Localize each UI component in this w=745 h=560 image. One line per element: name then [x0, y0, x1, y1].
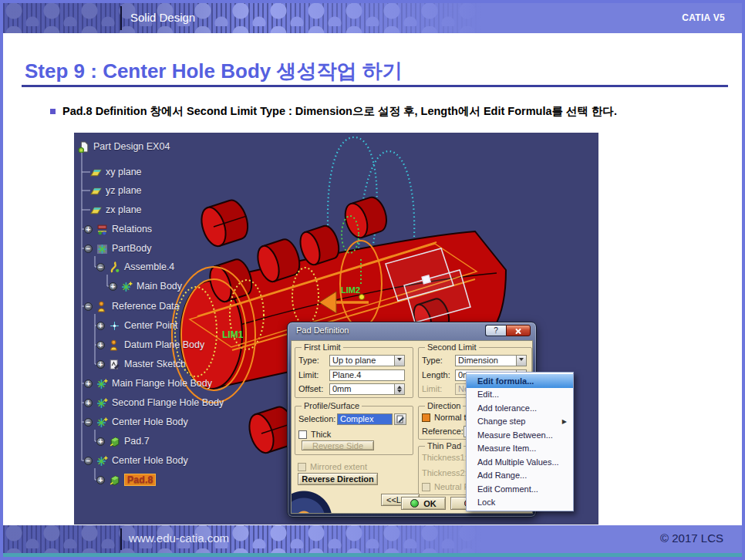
menu-item-measure-item[interactable]: Measure Item... — [467, 442, 573, 456]
tree-item-center-hole-body-1[interactable]: − Center Hole Body — [84, 414, 188, 430]
mirrored-extent-checkbox[interactable] — [298, 463, 306, 471]
tree-item-reference-data[interactable]: − Reference Data — [84, 299, 180, 314]
lim2-label: LIM2 — [341, 285, 360, 295]
reverse-side-button[interactable]: Reverse Side — [302, 440, 374, 450]
footer-pattern — [3, 525, 481, 553]
expand-handle-icon[interactable]: + — [96, 437, 105, 446]
thickness2-label: Thickness2: — [422, 468, 467, 477]
tree-item-label: Master Sketch — [124, 359, 186, 369]
tree-item-center-hole-body-2[interactable]: − Center Hole Body — [84, 453, 188, 468]
tree-item-center-point[interactable]: + Center Point — [96, 318, 177, 333]
help-button[interactable]: ? — [485, 325, 506, 336]
tree-item-partbody[interactable]: − PartBody — [84, 241, 151, 256]
close-button[interactable] — [506, 325, 531, 336]
length-label: Length: — [422, 370, 455, 380]
expand-handle-icon[interactable]: + — [96, 322, 105, 330]
point-icon — [109, 320, 120, 332]
mirrored-extent-row[interactable]: Mirrored extent — [298, 460, 367, 473]
thick-label: Thick — [311, 430, 331, 439]
expand-handle-icon[interactable]: + — [96, 360, 105, 369]
assemble-icon — [109, 261, 120, 273]
expand-handle-icon[interactable]: − — [96, 263, 105, 272]
plane-icon — [90, 167, 102, 178]
header-pattern — [3, 3, 481, 33]
first-limit-type-dropdown[interactable]: Up to plane — [329, 355, 405, 366]
course-name: Solid Design — [130, 11, 195, 24]
tree-item-master-sketch[interactable]: + Master Sketch — [96, 356, 186, 372]
tree-item-yz-plane[interactable]: yz plane — [90, 183, 142, 198]
expand-handle-icon[interactable]: + — [84, 399, 93, 407]
tree-item-main-flange-hole-body[interactable]: + Main Flange Hole Body — [84, 376, 212, 391]
tree-item-assemble4[interactable]: − Assemble.4 — [96, 259, 174, 275]
expand-handle-icon[interactable]: + — [96, 476, 105, 484]
menu-item-add-tolerance[interactable]: Add tolerance... — [467, 401, 573, 415]
reverse-direction-button[interactable]: Reverse Direction — [298, 473, 378, 485]
offset-input[interactable]: 0mm — [329, 383, 395, 395]
expand-handle-icon[interactable]: − — [84, 245, 93, 253]
spinner-icon[interactable] — [395, 383, 405, 395]
offset-label: Offset: — [298, 384, 329, 393]
submenu-arrow-icon: ▶ — [562, 418, 567, 425]
tree-item-pad7[interactable]: + Pad.7 — [96, 433, 150, 449]
expand-handle-icon[interactable]: − — [84, 457, 93, 465]
thickness1-label: Thickness1: — [422, 453, 467, 462]
tree-item-label: Main Flange Hole Body — [112, 378, 212, 389]
tree-item-second-flange-hole-body[interactable]: + Second Flange Hole Body — [84, 395, 224, 410]
tree-item-pad8[interactable]: + Pad.8 — [96, 472, 156, 487]
expand-handle-icon[interactable]: − — [84, 302, 93, 311]
expand-handle-icon[interactable]: − — [84, 418, 93, 427]
tree-item-relations[interactable]: + Relations — [84, 221, 152, 237]
neutral-fiber-checkbox[interactable] — [422, 483, 430, 491]
second-limit-type-dropdown[interactable]: Dimension — [455, 355, 527, 366]
type-label: Type: — [422, 356, 455, 365]
slide: Solid Design CATIA V5 Step 9 : Center Ho… — [0, 0, 745, 560]
tree-item-datum-plane-body[interactable]: + Datum Plane Body — [96, 337, 204, 353]
expand-handle-icon[interactable]: + — [109, 282, 117, 291]
page-title: Step 9 : Center Hole Body 생성작업 하기 — [25, 58, 403, 85]
website-link[interactable]: www.edu-catia.com — [129, 531, 229, 545]
body-icon — [96, 417, 108, 428]
chevron-down-icon[interactable] — [395, 355, 405, 366]
menu-item-measure-between[interactable]: Measure Between... — [467, 428, 573, 442]
bullet-icon — [50, 109, 56, 114]
group-legend: Profile/Surface — [302, 401, 362, 410]
tree-item-label: Relations — [112, 224, 152, 234]
tree-item-zx-plane[interactable]: zx plane — [90, 202, 142, 218]
normal-to-profile-checkbox[interactable] — [422, 413, 430, 422]
dialog-decoration — [291, 482, 342, 514]
expand-handle-icon[interactable]: + — [84, 380, 93, 388]
tree-item-main-body[interactable]: + Main Body — [109, 278, 182, 294]
menu-item-edit-formula[interactable]: Edit formula... — [467, 374, 573, 388]
copyright-label: © 2017 LCS — [660, 531, 723, 545]
expand-handle-icon[interactable]: + — [84, 225, 93, 234]
first-limit-group: First Limit Type: Up to plane Limit: Pla… — [295, 347, 413, 398]
relations-icon — [96, 224, 108, 235]
group-legend: Thin Pad — [425, 441, 464, 450]
menu-item-add-multiple-values[interactable]: Add Multiple Values... — [467, 455, 573, 469]
tree-item-label: Pad.7 — [124, 436, 150, 447]
expand-handle-icon[interactable]: + — [96, 341, 105, 349]
profile-surface-group: Profile/Surface Selection: Complex Thick… — [295, 406, 413, 455]
footer-bar: www.edu-catia.com © 2017 LCS — [3, 525, 742, 553]
tree-item-xy-plane[interactable]: xy plane — [90, 164, 142, 180]
menu-item-change-step[interactable]: Change step▶ — [467, 415, 573, 429]
body-icon — [96, 378, 108, 390]
ok-button[interactable]: OK — [401, 497, 446, 510]
first-limit-limit-input[interactable]: Plane.4 — [329, 369, 405, 381]
limit-label: Limit: — [298, 370, 329, 380]
partbody-icon — [96, 243, 108, 255]
menu-item-edit[interactable]: Edit... — [467, 388, 573, 402]
thick-checkbox-row[interactable]: Thick — [298, 428, 331, 440]
sketch-edit-icon[interactable] — [394, 413, 406, 425]
thick-checkbox[interactable] — [298, 430, 307, 439]
bullet-row: Pad.8 Definition 창에서 Second Limit Type :… — [50, 104, 737, 119]
datum-plane-icon — [109, 339, 120, 351]
menu-item-edit-comment[interactable]: Edit Comment... — [467, 482, 573, 496]
mirrored-extent-label: Mirrored extent — [310, 462, 367, 471]
selection-input[interactable]: Complex — [337, 413, 393, 425]
menu-item-add-range[interactable]: Add Range... — [467, 469, 573, 483]
tree-item-label: Reference Data — [112, 301, 180, 312]
chevron-down-icon[interactable] — [517, 355, 527, 366]
tree-item-root[interactable]: Part Design EX04 — [78, 139, 170, 154]
menu-item-lock[interactable]: Lock — [467, 496, 573, 510]
